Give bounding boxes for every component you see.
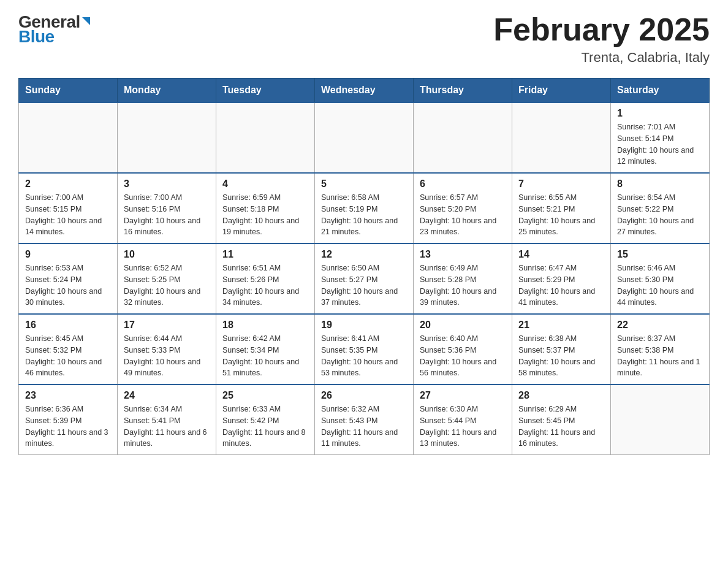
day-number: 19 — [321, 320, 407, 331]
day-info: Sunrise: 6:55 AMSunset: 5:21 PMDaylight:… — [518, 192, 604, 238]
day-number: 20 — [420, 320, 506, 331]
day-number: 14 — [518, 249, 604, 260]
day-number: 3 — [124, 178, 210, 190]
day-info: Sunrise: 6:41 AMSunset: 5:35 PMDaylight:… — [321, 333, 407, 379]
calendar-week-row: 1Sunrise: 7:01 AMSunset: 5:14 PMDaylight… — [19, 102, 710, 173]
day-info: Sunrise: 6:42 AMSunset: 5:34 PMDaylight:… — [222, 333, 308, 379]
day-number: 15 — [617, 249, 703, 260]
calendar-week-row: 9Sunrise: 6:53 AMSunset: 5:24 PMDaylight… — [19, 243, 710, 314]
day-number: 2 — [25, 178, 111, 190]
calendar-cell: 3Sunrise: 7:00 AMSunset: 5:16 PMDaylight… — [118, 173, 216, 243]
day-number: 5 — [321, 178, 407, 190]
calendar-week-row: 16Sunrise: 6:45 AMSunset: 5:32 PMDayligh… — [19, 314, 710, 385]
day-info: Sunrise: 6:37 AMSunset: 5:38 PMDaylight:… — [617, 333, 703, 379]
calendar-cell: 5Sunrise: 6:58 AMSunset: 5:19 PMDaylight… — [315, 173, 414, 243]
day-number: 1 — [617, 108, 703, 119]
month-title: February 2025 — [493, 12, 710, 47]
calendar-cell — [414, 102, 512, 173]
calendar-cell: 23Sunrise: 6:36 AMSunset: 5:39 PMDayligh… — [19, 385, 118, 455]
day-number: 25 — [222, 390, 308, 401]
day-number: 28 — [518, 390, 604, 401]
day-number: 17 — [124, 320, 210, 331]
day-info: Sunrise: 6:46 AMSunset: 5:30 PMDaylight:… — [617, 262, 703, 308]
calendar-cell: 22Sunrise: 6:37 AMSunset: 5:38 PMDayligh… — [611, 314, 710, 385]
calendar-cell: 19Sunrise: 6:41 AMSunset: 5:35 PMDayligh… — [315, 314, 414, 385]
day-info: Sunrise: 6:54 AMSunset: 5:22 PMDaylight:… — [617, 192, 703, 238]
calendar-cell: 11Sunrise: 6:51 AMSunset: 5:26 PMDayligh… — [216, 243, 315, 314]
calendar-week-row: 2Sunrise: 7:00 AMSunset: 5:15 PMDaylight… — [19, 173, 710, 243]
calendar-cell: 8Sunrise: 6:54 AMSunset: 5:22 PMDaylight… — [611, 173, 710, 243]
calendar-cell — [19, 102, 118, 173]
calendar-cell: 15Sunrise: 6:46 AMSunset: 5:30 PMDayligh… — [611, 243, 710, 314]
day-info: Sunrise: 6:30 AMSunset: 5:44 PMDaylight:… — [420, 404, 506, 450]
day-info: Sunrise: 6:50 AMSunset: 5:27 PMDaylight:… — [321, 262, 407, 308]
day-number: 6 — [420, 178, 506, 190]
day-number: 22 — [617, 320, 703, 331]
calendar-cell — [118, 102, 216, 173]
day-number: 18 — [222, 320, 308, 331]
day-number: 8 — [617, 178, 703, 190]
calendar-header-row: SundayMondayTuesdayWednesdayThursdayFrid… — [19, 79, 710, 103]
calendar-cell: 20Sunrise: 6:40 AMSunset: 5:36 PMDayligh… — [414, 314, 512, 385]
calendar-cell — [315, 102, 414, 173]
day-number: 26 — [321, 390, 407, 401]
calendar-cell: 17Sunrise: 6:44 AMSunset: 5:33 PMDayligh… — [118, 314, 216, 385]
calendar-cell: 27Sunrise: 6:30 AMSunset: 5:44 PMDayligh… — [414, 385, 512, 455]
location: Trenta, Calabria, Italy — [493, 50, 710, 66]
day-info: Sunrise: 7:01 AMSunset: 5:14 PMDaylight:… — [617, 121, 703, 167]
calendar-cell: 25Sunrise: 6:33 AMSunset: 5:42 PMDayligh… — [216, 385, 315, 455]
calendar-week-row: 23Sunrise: 6:36 AMSunset: 5:39 PMDayligh… — [19, 385, 710, 455]
calendar-cell: 7Sunrise: 6:55 AMSunset: 5:21 PMDaylight… — [512, 173, 611, 243]
day-info: Sunrise: 6:40 AMSunset: 5:36 PMDaylight:… — [420, 333, 506, 379]
day-number: 9 — [25, 249, 111, 260]
calendar-cell — [611, 385, 710, 455]
day-info: Sunrise: 6:32 AMSunset: 5:43 PMDaylight:… — [321, 404, 407, 450]
day-info: Sunrise: 6:44 AMSunset: 5:33 PMDaylight:… — [124, 333, 210, 379]
day-number: 23 — [25, 390, 111, 401]
logo: General Blue — [18, 12, 90, 47]
calendar-cell: 4Sunrise: 6:59 AMSunset: 5:18 PMDaylight… — [216, 173, 315, 243]
day-info: Sunrise: 6:57 AMSunset: 5:20 PMDaylight:… — [420, 192, 506, 238]
day-number: 10 — [124, 249, 210, 260]
day-info: Sunrise: 6:47 AMSunset: 5:29 PMDaylight:… — [518, 262, 604, 308]
day-number: 13 — [420, 249, 506, 260]
calendar-cell: 10Sunrise: 6:52 AMSunset: 5:25 PMDayligh… — [118, 243, 216, 314]
calendar-day-header: Tuesday — [216, 79, 315, 103]
calendar-cell: 26Sunrise: 6:32 AMSunset: 5:43 PMDayligh… — [315, 385, 414, 455]
calendar-cell: 6Sunrise: 6:57 AMSunset: 5:20 PMDaylight… — [414, 173, 512, 243]
day-info: Sunrise: 6:34 AMSunset: 5:41 PMDaylight:… — [124, 404, 210, 450]
day-number: 11 — [222, 249, 308, 260]
day-number: 16 — [25, 320, 111, 331]
calendar-day-header: Sunday — [19, 79, 118, 103]
day-info: Sunrise: 6:45 AMSunset: 5:32 PMDaylight:… — [25, 333, 111, 379]
day-number: 27 — [420, 390, 506, 401]
calendar-cell — [512, 102, 611, 173]
day-number: 21 — [518, 320, 604, 331]
day-info: Sunrise: 6:58 AMSunset: 5:19 PMDaylight:… — [321, 192, 407, 238]
calendar-cell: 21Sunrise: 6:38 AMSunset: 5:37 PMDayligh… — [512, 314, 611, 385]
day-info: Sunrise: 6:52 AMSunset: 5:25 PMDaylight:… — [124, 262, 210, 308]
calendar-day-header: Saturday — [611, 79, 710, 103]
logo-blue-text: Blue — [18, 27, 55, 47]
day-info: Sunrise: 6:53 AMSunset: 5:24 PMDaylight:… — [25, 262, 111, 308]
day-number: 4 — [222, 178, 308, 190]
calendar-cell: 2Sunrise: 7:00 AMSunset: 5:15 PMDaylight… — [19, 173, 118, 243]
calendar-cell: 9Sunrise: 6:53 AMSunset: 5:24 PMDaylight… — [19, 243, 118, 314]
day-info: Sunrise: 6:36 AMSunset: 5:39 PMDaylight:… — [25, 404, 111, 450]
calendar-cell: 14Sunrise: 6:47 AMSunset: 5:29 PMDayligh… — [512, 243, 611, 314]
calendar-cell: 16Sunrise: 6:45 AMSunset: 5:32 PMDayligh… — [19, 314, 118, 385]
day-info: Sunrise: 6:33 AMSunset: 5:42 PMDaylight:… — [222, 404, 308, 450]
calendar-cell: 12Sunrise: 6:50 AMSunset: 5:27 PMDayligh… — [315, 243, 414, 314]
day-number: 12 — [321, 249, 407, 260]
calendar-cell: 28Sunrise: 6:29 AMSunset: 5:45 PMDayligh… — [512, 385, 611, 455]
day-info: Sunrise: 6:38 AMSunset: 5:37 PMDaylight:… — [518, 333, 604, 379]
calendar-cell: 13Sunrise: 6:49 AMSunset: 5:28 PMDayligh… — [414, 243, 512, 314]
day-number: 7 — [518, 178, 604, 190]
calendar-table: SundayMondayTuesdayWednesdayThursdayFrid… — [18, 78, 710, 455]
day-info: Sunrise: 6:51 AMSunset: 5:26 PMDaylight:… — [222, 262, 308, 308]
day-info: Sunrise: 7:00 AMSunset: 5:15 PMDaylight:… — [25, 192, 111, 238]
calendar-day-header: Monday — [118, 79, 216, 103]
calendar-cell — [216, 102, 315, 173]
calendar-day-header: Friday — [512, 79, 611, 103]
calendar-cell: 18Sunrise: 6:42 AMSunset: 5:34 PMDayligh… — [216, 314, 315, 385]
